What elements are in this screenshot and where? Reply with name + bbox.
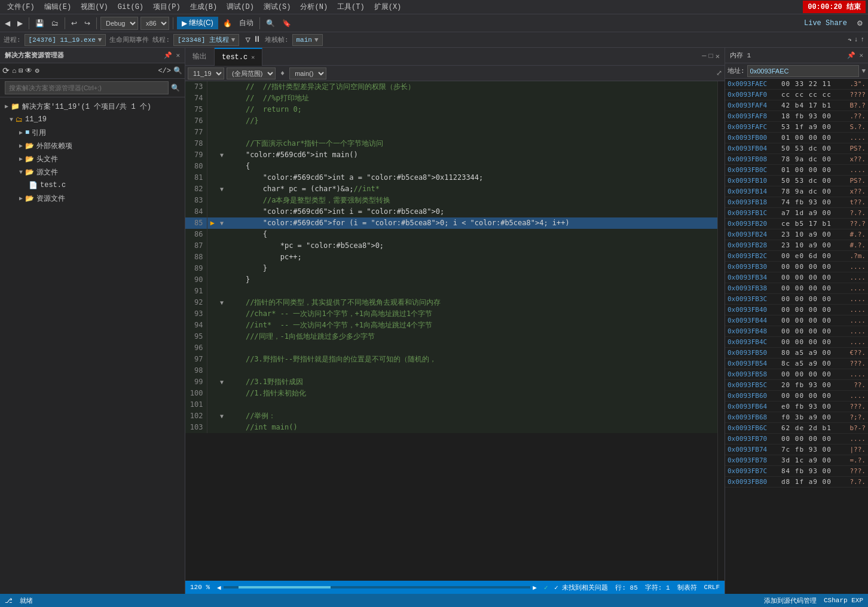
menu-analyze[interactable]: 分析(N) [295, 1, 332, 13]
zoom-level[interactable]: 120 % [190, 584, 210, 591]
project-item[interactable]: ▼ 🗂 11_19 [0, 113, 185, 126]
code-text-73[interactable]: // //指针类型差异决定了访问空间的权限（步长） [226, 81, 717, 93]
continue-button[interactable]: ▶ 继续(C) [177, 17, 218, 29]
step-over-icon[interactable]: ↷ [848, 36, 852, 44]
source-files-item[interactable]: ▼ 📂 源文件 [0, 165, 185, 179]
code-text-98[interactable] [226, 365, 717, 376]
memory-table[interactable]: 0x0093FAEC 00 33 22 11 .3".0x0093FAF0 cc… [725, 79, 868, 594]
menu-debug[interactable]: 调试(D) [222, 1, 259, 13]
toolbar-home-icon[interactable]: ⌂ [12, 67, 16, 75]
code-text-84[interactable]: "color:#569cd6">int i = "color:#b5cea8">… [226, 206, 717, 217]
solution-search-input[interactable] [5, 81, 169, 94]
code-text-76[interactable]: //} [226, 115, 717, 127]
code-text-79[interactable]: "color:#569cd6">int main() [226, 149, 717, 161]
references-item[interactable]: ▶ ■ 引用 [0, 126, 185, 139]
thread-selector[interactable]: [23348] 主线程 ▼ [173, 34, 239, 46]
undo-button[interactable]: ↩ [69, 18, 80, 29]
code-text-74[interactable]: // //%p打印地址 [226, 93, 717, 104]
back-button[interactable]: ◀ [2, 18, 13, 29]
add-to-source[interactable]: 添加到源代码管理 [764, 596, 817, 605]
debug-mode-select[interactable]: Debug [100, 17, 138, 30]
code-text-97[interactable]: //3.野指针--野指针就是指向的位置是不可知的（随机的， [226, 354, 717, 365]
code-text-87[interactable]: *pc = "color:#b5cea8">0; [226, 240, 717, 252]
resource-files-item[interactable]: ▶ 📂 资源文件 [0, 192, 185, 205]
forward-button[interactable]: ▶ [15, 18, 25, 29]
file-selector[interactable]: 11_19 [188, 68, 224, 79]
redo-button[interactable]: ↪ [82, 18, 93, 29]
toolbar-collapse-icon[interactable]: ⊟ [19, 66, 23, 75]
code-text-90[interactable]: } [226, 274, 717, 286]
code-text-101[interactable] [226, 399, 717, 410]
process-selector[interactable]: [24376] 11_19.exe ▼ [25, 34, 106, 46]
code-text-89[interactable]: } [226, 263, 717, 274]
menu-tools[interactable]: 工具(T) [332, 1, 369, 13]
filter-icon[interactable]: ▽ [245, 35, 250, 45]
code-scrollbar[interactable] [717, 81, 725, 581]
fold-col-99[interactable]: ▼ [218, 376, 226, 388]
code-text-83[interactable]: //a本身是整型类型，需要强制类型转换 [226, 195, 717, 206]
toolbar-code-icon[interactable]: </> [158, 67, 171, 75]
menu-build[interactable]: 生成(B) [185, 1, 222, 13]
code-text-95[interactable]: ///同理，-1向低地址跳过多少多少字节 [226, 331, 717, 342]
memory-addr-input[interactable] [747, 65, 860, 77]
close-panel-icon[interactable]: ✕ [176, 51, 180, 59]
menu-extensions[interactable]: 扩展(X) [369, 1, 407, 13]
code-text-88[interactable]: pc++; [226, 252, 717, 263]
menu-project[interactable]: 项目(P) [148, 1, 185, 13]
fold-col-85[interactable]: ▼ [218, 217, 226, 229]
code-text-85[interactable]: "color:#569cd6">for (i = "color:#b5cea8"… [226, 217, 717, 229]
expand-icon[interactable]: ⤢ [716, 69, 722, 78]
menu-edit[interactable]: 编辑(E) [39, 1, 77, 13]
search-button[interactable]: 🔍 [264, 18, 277, 29]
code-text-92[interactable]: //指针的不同类型，其实提供了不同地视角去观看和访问内存 [226, 297, 717, 308]
toolbar-show-all-icon[interactable]: 👁 [25, 66, 32, 75]
close-tab-icon[interactable]: ✕ [251, 54, 255, 61]
menu-test[interactable]: 测试(S) [259, 1, 296, 13]
code-text-78[interactable]: //下面演示char*指针一个一个字节地访问 [226, 138, 717, 149]
restore-panel-icon[interactable]: □ [709, 52, 713, 61]
fold-col-82[interactable]: ▼ [218, 183, 226, 195]
function-selector[interactable]: main() [289, 68, 326, 79]
bookmark-button[interactable]: 🔖 [280, 18, 294, 29]
fold-col-79[interactable]: ▼ [218, 149, 226, 161]
code-text-80[interactable]: { [226, 161, 717, 172]
test-c-item[interactable]: 📄 test.c [0, 179, 185, 192]
code-text-96[interactable] [226, 342, 717, 354]
close-panel-btn[interactable]: ✕ [716, 52, 720, 61]
addr-dropdown-icon[interactable]: ▼ [861, 68, 866, 75]
step-out-icon[interactable]: ↑ [860, 36, 864, 44]
tab-test-c[interactable]: test.c ✕ [215, 48, 262, 66]
stack-selector[interactable]: main ▼ [292, 34, 323, 46]
tab-output[interactable]: 输出 [185, 48, 215, 66]
ext-deps-item[interactable]: ▶ 📂 外部依赖项 [0, 139, 185, 152]
code-text-82[interactable]: char* pc = (char*)&a;//int* [226, 183, 717, 195]
code-text-102[interactable]: //举例： [226, 410, 717, 422]
code-area[interactable]: 73 // //指针类型差异决定了访问空间的权限（步长）74 // //%p打印… [185, 81, 717, 581]
solution-root-item[interactable]: ▶ 📁 解决方案'11_19'(1 个项目/共 1 个) [0, 100, 185, 113]
fold-col-92[interactable]: ▼ [218, 297, 226, 308]
code-text-75[interactable]: // return 0; [226, 104, 717, 115]
toolbar-refresh-icon[interactable]: ⟳ [2, 66, 10, 76]
save-all-button[interactable]: 🗂 [49, 18, 61, 29]
code-text-91[interactable] [226, 286, 717, 297]
scroll-left-btn[interactable]: ◀ [217, 584, 221, 591]
pause-icon[interactable]: ⏸ [253, 35, 261, 45]
scope-selector[interactable]: (全局范围) [227, 68, 276, 79]
code-text-99[interactable]: //3.1野指针成因 [226, 376, 717, 388]
code-text-100[interactable]: //1.指针未初始化 [226, 388, 717, 399]
code-text-81[interactable]: "color:#569cd6">int a = "color:#b5cea8">… [226, 172, 717, 183]
code-text-103[interactable]: //int main() [226, 422, 717, 433]
header-files-item[interactable]: ▶ 📂 头文件 [0, 152, 185, 165]
step-into-icon[interactable]: ↓ [854, 36, 858, 44]
menu-view[interactable]: 视图(V) [76, 1, 113, 13]
code-text-86[interactable]: { [226, 229, 717, 240]
close-memory-icon[interactable]: ✕ [859, 51, 863, 59]
scroll-right-btn[interactable]: ▶ [533, 584, 537, 591]
settings-button[interactable]: ⚙ [854, 18, 866, 29]
toolbar-filter-icon[interactable]: ⚙ [35, 66, 39, 75]
live-share-button[interactable]: Live Share [799, 18, 852, 29]
platform-select[interactable]: x86 [140, 17, 169, 30]
code-text-93[interactable]: //char* -- 一次访问1个字节，+1向高地址跳过1个字节 [226, 308, 717, 320]
fold-col-102[interactable]: ▼ [218, 410, 226, 422]
pin-icon-memory[interactable]: 📌 [847, 51, 855, 59]
